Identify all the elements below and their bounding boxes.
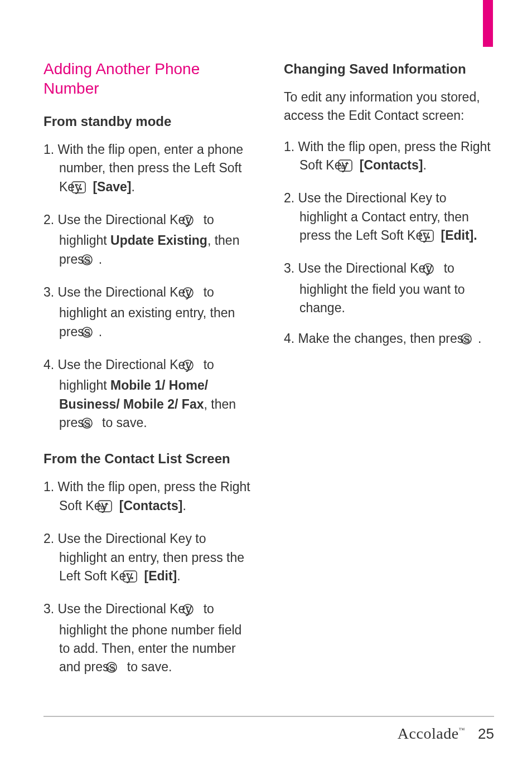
svg-point-2: [183, 215, 193, 225]
text: .: [131, 180, 134, 194]
bold: Update Existing: [110, 233, 207, 248]
step-3b: 3. Use the Directional Key to highlight …: [43, 600, 254, 678]
svg-point-14: [131, 577, 133, 579]
step-3a: 3. Use the Directional Key to highlight …: [43, 283, 254, 343]
svg-rect-20: [420, 230, 433, 241]
svg-point-8: [183, 360, 193, 370]
text: 4. Make the changes, then press: [284, 331, 473, 346]
svg-rect-18: [338, 160, 352, 171]
svg-text:OK: OK: [108, 665, 115, 671]
bold: [Edit].: [441, 228, 477, 243]
bold: [Contacts]: [119, 498, 183, 513]
bold: [Save]: [93, 180, 131, 194]
text: .: [99, 324, 102, 339]
svg-text:OK: OK: [83, 330, 90, 336]
step-r1: 1. With the flip open, press the Right S…: [284, 138, 494, 177]
text: 4. Use the Directional Key: [43, 357, 195, 372]
text: .: [99, 252, 102, 266]
section-title-left: Adding Another Phone Number: [43, 59, 254, 98]
svg-point-21: [428, 236, 430, 239]
intro-text: To edit any information you stored, acce…: [284, 88, 494, 125]
footer: Accolade™ 25: [43, 716, 494, 743]
step-1b: 1. With the flip open, press the Right S…: [43, 478, 254, 517]
section-title-right: Changing Saved Information: [284, 61, 494, 77]
footer-text: Accolade™ 25: [43, 725, 494, 743]
bold: [Contacts]: [360, 158, 423, 172]
step-2b: 2. Use the Directional Key to highlight …: [43, 530, 254, 588]
svg-point-5: [183, 288, 193, 298]
right-column: Changing Saved Information To edit any i…: [284, 59, 494, 691]
svg-rect-11: [98, 501, 112, 512]
text: .: [478, 331, 481, 346]
page-number: 25: [478, 725, 494, 742]
accent-bar: [483, 0, 493, 47]
svg-rect-19: [342, 166, 345, 168]
svg-rect-13: [123, 571, 137, 582]
text: 2. Use the Directional Key: [43, 212, 195, 227]
text: to save.: [102, 415, 147, 430]
trademark: ™: [459, 726, 465, 733]
svg-point-1: [80, 188, 82, 190]
text: 3. Use the Directional Key: [284, 261, 436, 275]
svg-text:OK: OK: [463, 337, 470, 342]
bold: [Edit]: [144, 569, 177, 583]
svg-point-22: [423, 264, 433, 274]
footer-rule: [43, 716, 494, 717]
svg-text:OK: OK: [83, 421, 90, 426]
svg-rect-0: [72, 182, 85, 193]
text: .: [177, 569, 180, 583]
left-column: Adding Another Phone Number From standby…: [43, 59, 254, 691]
step-2a: 2. Use the Directional Key to highlight …: [43, 211, 254, 271]
text: 3. Use the Directional Key: [43, 602, 195, 616]
step-r4: 4. Make the changes, then press OK .: [284, 329, 494, 350]
svg-point-15: [183, 604, 193, 614]
step-r2: 2. Use the Directional Key to highlight …: [284, 189, 494, 247]
svg-text:OK: OK: [83, 258, 90, 263]
brand-name: Accolade™: [398, 725, 465, 742]
text: to save.: [127, 660, 172, 674]
page-content: Adding Another Phone Number From standby…: [0, 0, 532, 691]
text: .: [423, 158, 426, 172]
step-r3: 3. Use the Directional Key to highlight …: [284, 259, 494, 317]
text: .: [182, 498, 186, 513]
step-4a: 4. Use the Directional Key to highlight …: [43, 356, 254, 434]
subheading-standby: From standby mode: [43, 114, 254, 129]
step-1a: 1. With the flip open, enter a phone num…: [43, 140, 254, 198]
subheading-contactlist: From the Contact List Screen: [43, 451, 254, 467]
svg-rect-12: [101, 506, 104, 509]
text: 3. Use the Directional Key: [43, 285, 195, 299]
